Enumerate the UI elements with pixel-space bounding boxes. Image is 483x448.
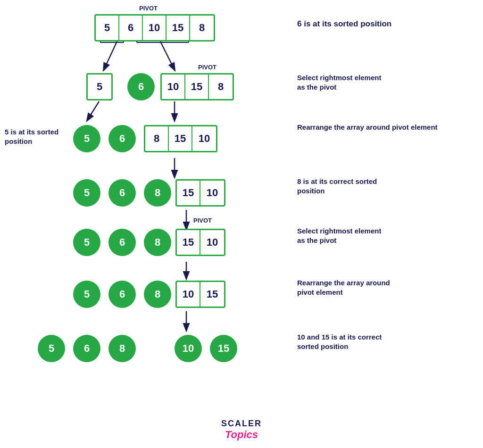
pivot-label-row2: PIVOT [198,64,217,71]
label-row4: 8 is at its correct sortedposition [297,177,377,196]
row6-box-10: 10 [177,282,200,307]
row2-box-group: 10 15 8 [160,73,234,100]
row5-circle-8: 8 [144,229,171,256]
row1-box-8: 8 [190,16,214,40]
row3-box-8: 8 [145,126,169,151]
row7-circle-8: 8 [108,335,136,362]
pivot-label-row1: PIVOT [139,5,158,12]
row2-box-10: 10 [162,75,185,99]
brand-scaler: SCALER [221,419,262,429]
row6-box-group: 10 15 [175,281,225,308]
row6-box-15: 15 [200,282,224,307]
row7-circle-6: 6 [73,335,100,362]
row3-box-10: 10 [192,126,216,151]
row2-circle-6: 6 [127,73,155,100]
row2-box-5: 5 [86,73,113,100]
row1-box-group: 5 6 10 15 8 [94,14,215,41]
label-row6: Rearrange the array aroundpivot element [297,278,390,298]
row6-circle-5: 5 [73,281,100,308]
row5-circle-5: 5 [73,229,100,256]
label-row2: Select rightmost elementas the pivot [297,73,381,92]
row1-box-10: 10 [143,16,167,40]
row4-circle-5: 5 [73,179,100,207]
pivot-label-row5: PIVOT [193,217,212,224]
row6-circle-8: 8 [144,281,171,308]
row6-circle-6: 6 [108,281,136,308]
row1-box-6: 6 [119,16,143,40]
row3-box-group: 8 15 10 [144,125,217,152]
label-row7: 10 and 15 is at its correctsorted positi… [297,332,382,352]
row2-box-8: 8 [209,75,233,99]
row3-box-15: 15 [169,126,192,151]
row4-box-15: 15 [177,181,200,205]
row7-circle-10: 10 [175,335,202,362]
row5-box-group: 15 10 [175,229,225,256]
label-row1: 6 is at its sorted position [297,19,391,30]
row7-circle-15: 15 [210,335,237,362]
label-left-row3: 5 is at its sorted position [5,127,75,147]
brand-topics: Topics [221,429,262,441]
svg-line-10 [87,101,99,120]
row5-circle-6: 6 [108,229,136,256]
label-row5: Select rightmost elementas the pivot [297,226,381,246]
row4-circle-8: 8 [144,179,171,207]
row4-box-10: 10 [200,181,224,205]
label-row3: Rearrange the array around pivot element [297,123,438,132]
diagram-canvas: PIVOT 5 6 10 15 8 6 is at its sorted pos… [0,0,483,448]
row4-box-group: 15 10 [175,179,225,207]
row1-box-5: 5 [96,16,119,40]
row4-circle-6: 6 [108,179,136,207]
row1-box-15: 15 [167,16,190,40]
footer: SCALER Topics [221,419,262,441]
row5-box-10: 10 [200,230,224,255]
row7-circle-5: 5 [38,335,65,362]
svg-line-1 [104,41,117,70]
row5-box-15: 15 [177,230,200,255]
row2-box-15: 15 [185,75,209,99]
row3-circle-5: 5 [73,125,100,152]
row1-array: 5 6 10 15 8 [94,14,215,41]
svg-line-2 [160,41,175,70]
row3-circle-6: 6 [108,125,136,152]
